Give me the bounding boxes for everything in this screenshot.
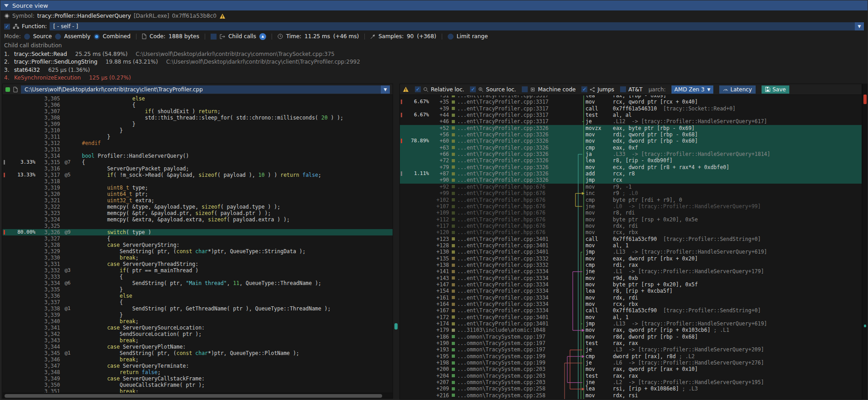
asm-row[interactable]: +135...ent\TracyProfiler.cpp:3332moveax,… (400, 255, 862, 262)
asm-row[interactable]: 6.67%+44...ent\TracyProfiler.cpp:3317tes… (400, 112, 862, 118)
option-relative-loc[interactable]: ✓ Relative loc. (415, 86, 464, 93)
source-line[interactable]: 3,331 case ServerQueryThreadString: (3, 261, 393, 267)
radio-assembly-label[interactable]: Assembly (64, 33, 91, 40)
radio-combined-label[interactable]: Combined (103, 33, 131, 40)
source-line[interactable]: 3,346 break; (3, 356, 393, 363)
uarch-combo[interactable]: AMD Zen 3 ▼ (671, 85, 713, 94)
asm-row[interactable]: +39...ent\TracyProfiler.cpp:3317call0x7f… (400, 105, 862, 112)
source-line[interactable]: 3,310 } (3, 127, 393, 134)
asm-row[interactable]: +193...ommon\TracySystem.cpp:197je.L3 ->… (400, 346, 862, 353)
source-line[interactable]: 3,348 return false; (3, 369, 393, 375)
asm-row[interactable]: +164...ent\TracyProfiler.cpp:3334movrcx,… (400, 301, 862, 307)
asm-row[interactable]: +66...ent\TracyProfiler.cpp:3326ja.L33 -… (400, 151, 862, 157)
source-line[interactable]: 3,351 break; (3, 388, 393, 393)
asm-row[interactable]: +195...ommon\TracySystem.cpp:199cmpdword… (400, 353, 862, 360)
option-jumps[interactable]: ✓ Jumps (581, 86, 614, 93)
option-machine-code[interactable]: ✓ Machine code (522, 86, 575, 93)
limit-range-checkbox[interactable] (448, 34, 454, 40)
source-line[interactable]: 80.00%3,326@9 switch( type ) (3, 229, 393, 235)
function-combo[interactable]: [ - self - ] ▼ (50, 22, 864, 30)
source-line[interactable]: 3,323 memcpy( &ptr, &payload.ptr, sizeof… (3, 210, 393, 216)
asm-row[interactable]: +190...ommon\TracySystem.cpp:197testrax,… (400, 340, 862, 346)
source-line[interactable]: 3,344 case ServerQueryPlotName: (3, 344, 393, 350)
asm-row[interactable]: +109...ent\TracyProfiler.hpp:676movr8, r… (400, 210, 862, 216)
asm-row[interactable]: +198...ommon\TracySystem.cpp:199je.L6 ->… (400, 360, 862, 366)
source-line[interactable]: 3,330 break; (3, 255, 393, 261)
scrollbar-thumb[interactable] (5, 394, 382, 398)
source-line[interactable]: 3,313 (3, 146, 393, 153)
source-line[interactable]: 3,338@1 SendString( ptr, GetThreadName( … (3, 305, 393, 312)
save-button[interactable]: Save (762, 85, 789, 94)
radio-source-label[interactable]: Source (33, 33, 52, 40)
asm-row[interactable]: +154...ent\TracyProfiler.cpp:3334lear8, … (400, 288, 862, 294)
source-line[interactable]: 3,343 break; (3, 337, 393, 344)
source-line[interactable]: 3,349 case ServerQueryCallstackFrame: (3, 375, 393, 382)
asm-row[interactable]: +172...ent\TracyProfiler.cpp:3401moval, … (400, 314, 862, 320)
asm-row[interactable]: +130...ent\TracyProfiler.cpp:3401jmp.L13… (400, 249, 862, 255)
source-line[interactable]: 3,312#endif (3, 140, 393, 146)
asm-row[interactable]: +167...ent\TracyProfiler.cpp:3334call0x7… (400, 307, 862, 314)
collapse-icon[interactable] (4, 4, 9, 7)
source-line[interactable]: 3,322 memcpy( &type, &payload.type, size… (3, 204, 393, 210)
source-line[interactable]: 3,324 memcpy( &extra, &payload.extra, si… (3, 216, 393, 223)
source-line[interactable]: 3,316 ServerQueryPacket payload; (3, 165, 393, 172)
source-line[interactable]: 3,339 } (3, 312, 393, 318)
source-line[interactable]: 3,321 uint32_t extra; (3, 197, 393, 204)
asm-row[interactable]: +92...ent\TracyProfiler.hpp:676movr9, -1 (400, 184, 862, 190)
scrollbar-thumb[interactable] (863, 95, 867, 104)
source-line[interactable]: 3,350 QueueCallstackFrame( ptr ); (3, 382, 393, 388)
limit-range-label[interactable]: Limit range (457, 33, 488, 40)
title-bar[interactable]: Source view (0, 0, 868, 10)
asm-row[interactable]: +56...ent\TracyProfiler.cpp:3326movrdi, … (400, 131, 862, 138)
child-calls-checkbox[interactable]: ✓ (211, 34, 217, 40)
source-line[interactable]: 3,319 uint8_t type; (3, 185, 393, 191)
asm-row[interactable]: +128...ent\TracyProfiler.cpp:3401moval, … (400, 242, 862, 249)
asm-row[interactable]: +107...ent\TracyProfiler.hpp:676jne.L0 -… (400, 203, 862, 210)
latency-button[interactable]: Latency (719, 85, 756, 94)
source-line[interactable]: 3,305 else (3, 95, 393, 102)
asm-row[interactable]: +90...ent\TracyProfiler.cpp:3326jmprcx (400, 177, 862, 183)
asm-row[interactable]: +161...ent\TracyProfiler.cpp:3334movrdx,… (400, 295, 862, 301)
source-line[interactable]: 3,333 { (3, 274, 393, 280)
asm-row[interactable]: +102...ent\TracyProfiler.hpp:676cmpbyte … (400, 197, 862, 203)
option-att-syntax[interactable]: ✓ AT&T (620, 86, 642, 93)
source-line[interactable]: 3,337 { (3, 299, 393, 305)
asm-row[interactable]: 1.11%+87...ent\TracyProfiler.cpp:3326add… (400, 170, 862, 177)
asm-row[interactable]: 6.67%+35...ent\TracyProfiler.cpp:3317mov… (400, 99, 862, 105)
asm-row[interactable]: +112...ent\TracyProfiler.hpp:676movbyte … (400, 216, 862, 223)
source-line[interactable]: 3,335 } (3, 286, 393, 293)
source-line[interactable]: 3,334@6 SendString( ptr, "Main thread", … (3, 280, 393, 286)
asm-row[interactable]: +200...ommon\TracySystem.cpp:203movrax, … (400, 366, 862, 372)
asm-row[interactable]: +209...ommon\TracySystem.cpp:258learsi, … (400, 385, 862, 392)
asm-row[interactable]: +52...ent\TracyProfiler.cpp:3326movzxeax… (400, 125, 862, 131)
source-line[interactable]: 3,311 } (3, 134, 393, 140)
source-line[interactable]: 13.33%3,317@5 if( !m_sock->Read( &payloa… (3, 172, 393, 178)
source-line[interactable]: 3,307 if( shouldExit ) return; (3, 108, 393, 115)
asm-row[interactable]: +138...ent\TracyProfiler.cpp:3332cmprdi,… (400, 262, 862, 268)
asm-row[interactable]: +207...ommon\TracySystem.cpp:203jne.L2 -… (400, 379, 862, 385)
asm-row[interactable]: +186...ommon\TracySystem.cpp:197movr8d, … (400, 334, 862, 340)
source-line[interactable]: 3,318 (3, 178, 393, 185)
asm-row[interactable]: +147...ent\TracyProfiler.cpp:3334movbyte… (400, 281, 862, 288)
source-line[interactable]: 3,308 std::this_thread::sleep_for( std::… (3, 115, 393, 121)
asm-row[interactable]: +123...ent\TracyProfiler.cpp:3401call0x7… (400, 236, 862, 242)
child-call-row[interactable]: 1.tracy::Socket::Read25.25 ms (54.89%)C:… (0, 50, 868, 58)
asm-row[interactable]: +46...ent\TracyProfiler.cpp:3317je.L12 -… (400, 118, 862, 125)
source-line[interactable]: 3,347 case ServerQueryTerminate: (3, 363, 393, 369)
source-line[interactable]: 3,314bool Profiler::HandleServerQuery() (3, 153, 393, 159)
asm-row[interactable]: +117...ent\TracyProfiler.hpp:676movrdx, … (400, 223, 862, 229)
function-checkbox[interactable]: ✓ (4, 24, 10, 30)
asm-row[interactable]: +141...ent\TracyProfiler.cpp:3334jne.L1 … (400, 268, 862, 275)
source-line[interactable]: 3,320 uint64_t ptr; (3, 191, 393, 197)
asm-row[interactable]: +143...ent\TracyProfiler.cpp:3334movr9d,… (400, 275, 862, 281)
source-line[interactable]: 3,340 break; (3, 318, 393, 325)
asm-row[interactable]: +63...ent\TracyProfiler.cpp:3326cmpeax, … (400, 145, 862, 151)
asm-row[interactable]: +174...ent\TracyProfiler.cpp:3401jmp.L13… (400, 320, 862, 327)
asm-row[interactable]: +179...31103\include\atomic:1048movrax, … (400, 327, 862, 333)
asm-row[interactable]: +99...ent\TracyProfiler.hpp:676incr9 ; .… (400, 190, 862, 196)
source-line[interactable]: 3,327 { (3, 235, 393, 242)
assembly-vertical-scrollbar[interactable] (862, 84, 868, 400)
source-line[interactable]: 3,341 case ServerQuerySourceLocation: (3, 325, 393, 331)
source-line[interactable]: 3,325 (3, 223, 393, 229)
child-call-row[interactable]: 2.tracy::Profiler::SendLongString19.88 m… (0, 58, 868, 66)
